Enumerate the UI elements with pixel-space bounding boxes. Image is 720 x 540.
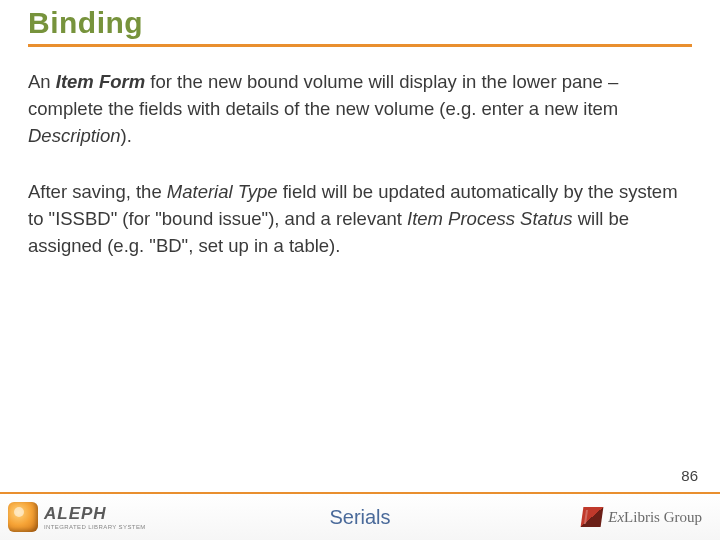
- slide-body: An Item Form for the new bound volume wi…: [28, 69, 692, 260]
- exlibris-suffix: Group: [660, 509, 702, 525]
- exlibris-word: Libris: [624, 509, 660, 525]
- text-italic: Description: [28, 125, 121, 146]
- footer-bar: ALEPH INTEGRATED LIBRARY SYSTEM Serials …: [0, 492, 720, 540]
- text-bold-italic: Item Form: [56, 71, 145, 92]
- book-icon: [581, 507, 604, 527]
- aleph-logo-text: ALEPH INTEGRATED LIBRARY SYSTEM: [44, 505, 146, 530]
- exlibris-logo: ExLibris Group: [582, 507, 702, 527]
- text: An: [28, 71, 56, 92]
- aleph-orb-icon: [8, 502, 38, 532]
- paragraph-2: After saving, the Material Type field wi…: [28, 179, 692, 259]
- exlibris-prefix: Ex: [608, 509, 624, 525]
- aleph-name: ALEPH: [44, 505, 146, 522]
- slide: Binding An Item Form for the new bound v…: [0, 0, 720, 540]
- text: ).: [121, 125, 132, 146]
- aleph-tagline: INTEGRATED LIBRARY SYSTEM: [44, 524, 146, 530]
- exlibris-logo-text: ExLibris Group: [608, 509, 702, 526]
- aleph-logo: ALEPH INTEGRATED LIBRARY SYSTEM: [8, 502, 146, 532]
- page-number: 86: [681, 467, 698, 484]
- paragraph-1: An Item Form for the new bound volume wi…: [28, 69, 692, 149]
- text: After saving, the: [28, 181, 167, 202]
- text-italic: Material Type: [167, 181, 278, 202]
- text-italic: Item Process Status: [407, 208, 573, 229]
- slide-title: Binding: [28, 6, 692, 47]
